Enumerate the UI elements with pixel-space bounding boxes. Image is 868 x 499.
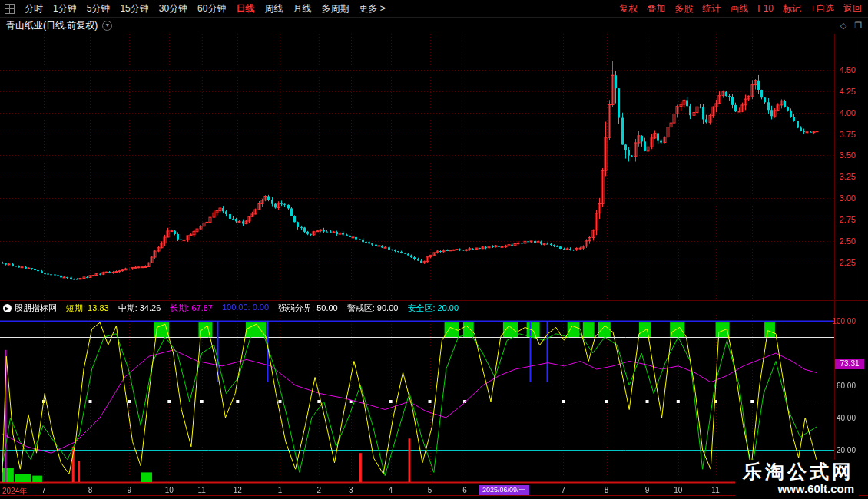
watermark: 乐淘公式网 www.60lt.com: [735, 460, 859, 496]
main-chart-area: [0, 34, 834, 301]
watermark-title: 乐淘公式网: [743, 461, 854, 483]
indicator-y-label-0: 100.00: [832, 317, 856, 326]
toolbar-left-item-3[interactable]: 15分钟: [120, 0, 148, 17]
watermark-url: www.60lt.com: [743, 483, 854, 496]
indicator-y-label-3: 20.00: [837, 446, 856, 454]
trading-app: { "toolbar": { "left_items": ["分时","1分钟"…: [0, 0, 868, 499]
toolbar-left-item-7[interactable]: 周线: [264, 0, 283, 17]
indicator-param-6: 安全区: 20.00: [407, 302, 459, 314]
price-label-6: 3.00: [840, 193, 856, 203]
price-label-1: 4.25: [840, 87, 856, 96]
x-axis-month-12: 7: [562, 486, 566, 494]
indicator-chart[interactable]: [0, 315, 834, 485]
indicator-header: ▶ 股朋指标网 短期: 13.83中期: 34.26长期: 67.87100.0…: [0, 301, 868, 315]
toolbar-left-item-5[interactable]: 60分钟: [197, 0, 226, 17]
indicator-param-3: 100.00: 0.00: [222, 302, 269, 314]
window-icon[interactable]: ❐: [854, 21, 862, 31]
toolbar-left-item-0[interactable]: 分时: [25, 0, 43, 17]
toolbar-right-item-7[interactable]: +自选: [810, 0, 834, 17]
toolbar-right-item-2[interactable]: 多股: [674, 0, 693, 17]
x-axis-month-0: 7: [41, 486, 46, 494]
x-axis-month-9: 4: [389, 486, 393, 494]
indicator-source-label: 股朋指标网: [15, 302, 57, 314]
main-y-axis: 4.504.254.003.753.503.253.002.752.502.25: [834, 34, 868, 301]
title-dropdown-icon[interactable]: ▾: [102, 21, 112, 31]
indicator-source: ▶ 股朋指标网: [3, 302, 57, 314]
price-label-8: 2.50: [840, 236, 856, 246]
toolbar-right-item-6[interactable]: 标记: [783, 0, 801, 17]
indicator-play-icon: ▶: [3, 304, 12, 312]
toolbar-left-item-9[interactable]: 多周期: [321, 0, 349, 17]
x-axis-month-10: 5: [428, 486, 432, 494]
toolbar-left-item-6[interactable]: 日线: [236, 0, 254, 17]
indicator-param-5: 警戒区: 90.00: [347, 302, 399, 314]
diamond-icon[interactable]: ◇: [840, 21, 846, 31]
corner-icons: ◇ ❐: [840, 21, 868, 31]
price-label-4: 3.50: [840, 150, 856, 160]
toolbar-left: 分时1分钟5分钟15分钟30分钟60分钟日线周线月线多周期更多 >: [0, 0, 386, 17]
indicator-y-label-2: 40.00: [837, 414, 856, 422]
indicator-value-badge: 73.31: [835, 359, 864, 369]
price-label-5: 3.25: [840, 172, 856, 181]
toolbar-right-item-3[interactable]: 统计: [702, 0, 721, 17]
indicator-param-0: 短期: 13.83: [66, 302, 109, 314]
x-axis-month-3: 10: [165, 486, 174, 494]
toolbar-right: 复权叠加多股统计画线F10标记+自选返回: [619, 0, 868, 17]
x-axis-month-4: 11: [197, 486, 205, 494]
indicator-area: [0, 315, 834, 485]
toolbar-left-item-4[interactable]: 30分钟: [159, 0, 187, 17]
x-axis-month-1: 8: [88, 486, 93, 494]
app-grid-icon[interactable]: [5, 4, 15, 14]
selected-date-badge: 2025/06/09/一: [479, 485, 529, 495]
x-axis-month-8: 3: [349, 486, 353, 494]
indicator-param-4: 强弱分界: 50.00: [278, 302, 338, 314]
x-axis-month-14: 9: [645, 486, 650, 494]
price-label-3: 3.75: [840, 130, 856, 139]
main-candlestick-chart[interactable]: [0, 34, 834, 301]
x-axis-month-15: 10: [674, 486, 682, 494]
indicator-param-1: 中期: 34.26: [118, 302, 161, 314]
toolbar-left-item-2[interactable]: 5分钟: [87, 0, 111, 17]
x-axis-month-6: 1: [278, 486, 283, 494]
toolbar-right-item-1[interactable]: 叠加: [647, 0, 665, 17]
x-axis-month-11: 6: [462, 486, 467, 494]
x-axis-month-7: 2: [317, 486, 322, 494]
price-label-9: 2.25: [840, 258, 856, 267]
x-axis-month-16: 11: [711, 486, 719, 494]
toolbar-right-item-4[interactable]: 画线: [730, 0, 748, 17]
toolbar-left-item-8[interactable]: 月线: [293, 0, 311, 17]
toolbar-left-item-1[interactable]: 1分钟: [53, 0, 77, 17]
price-label-2: 4.00: [840, 108, 856, 117]
toolbar-right-item-0[interactable]: 复权: [619, 0, 638, 17]
toolbar-left-item-10[interactable]: 更多 >: [359, 0, 385, 17]
toolbar-right-item-8[interactable]: 返回: [843, 0, 862, 17]
x-axis-month-5: 12: [234, 486, 242, 494]
top-toolbar: 分时1分钟5分钟15分钟30分钟60分钟日线周线月线多周期更多 > 复权叠加多股…: [0, 0, 868, 18]
indicator-param-2: 长期: 67.87: [170, 302, 213, 314]
x-axis-month-2: 9: [128, 486, 132, 494]
price-label-0: 4.50: [840, 65, 856, 74]
toolbar-right-item-5[interactable]: F10: [757, 0, 774, 17]
chart-title: 青山纸业(日线.前复权): [0, 19, 98, 32]
chart-title-bar: 青山纸业(日线.前复权) ▾ ◇ ❐: [0, 17, 868, 34]
indicator-y-label-1: 60.00: [837, 382, 856, 390]
x-axis-month-13: 8: [605, 486, 609, 494]
indicator-params: 短期: 13.83中期: 34.26长期: 67.87100.00: 0.00强…: [66, 302, 459, 314]
price-label-7: 2.75: [840, 215, 856, 224]
